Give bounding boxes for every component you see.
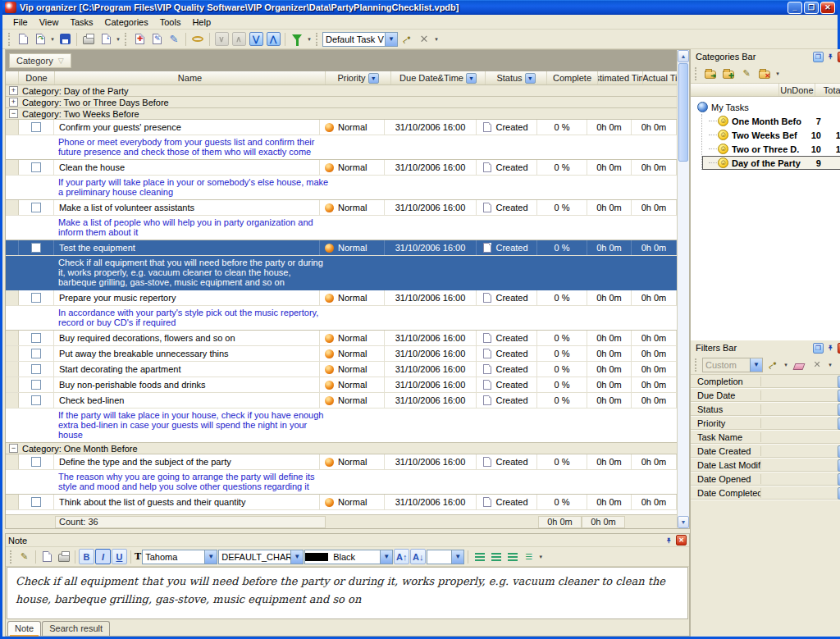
task-note-row[interactable]: In accordance with your party's style pi… [6,306,677,331]
tab-note[interactable]: Note [7,621,41,636]
actual-time-cell[interactable]: 0h 0m [632,331,677,345]
priority-cell[interactable]: Normal [320,377,385,392]
bold-button[interactable]: B [79,549,94,564]
task-note-row[interactable]: Check if all equipment that you will nee… [6,256,677,290]
pin-icon[interactable]: 🖈 [664,535,674,545]
save-database-button[interactable] [57,31,73,48]
done-cell[interactable] [19,362,54,377]
done-checkbox[interactable] [31,457,41,467]
priority-cell[interactable]: Normal [320,331,385,345]
menu-tasks[interactable]: Tasks [64,16,98,29]
done-cell[interactable] [19,200,54,215]
apply-filter-button[interactable]: ⌐• [765,357,781,373]
complete-cell[interactable]: 0 % [537,290,587,305]
filter-row-priority[interactable]: Priority▼ [691,417,840,431]
priority-cell[interactable]: Normal [320,393,385,408]
menu-view[interactable]: View [34,16,65,29]
task-name-cell[interactable]: Buy required decorations, flowers and so… [54,331,320,345]
task-row[interactable]: Test the equipmentNormal31/10/2006 16:00… [6,240,677,256]
align-left-button[interactable] [472,549,487,564]
done-checkbox[interactable] [31,333,41,343]
column-header-estimated-time[interactable]: Estimated Time [598,71,643,84]
actual-time-cell[interactable]: 0h 0m [632,362,677,377]
scroll-thumb[interactable] [678,63,688,162]
actual-time-cell[interactable]: 0h 0m [632,495,677,509]
done-cell[interactable] [19,454,54,469]
expand-all-button[interactable]: ⋁ [248,31,264,48]
complete-cell[interactable]: 0 % [537,495,587,509]
estimated-time-cell[interactable]: 0h 0m [587,454,632,469]
due-date-cell[interactable]: 31/10/2006 16:00 [385,393,477,408]
status-cell[interactable]: Created [477,331,537,345]
note-close-icon[interactable]: ✕ [676,535,687,545]
filter-preset-select[interactable]: Custom ▼ [702,358,763,372]
task-note-row[interactable]: Phone or meet everybody from your guests… [6,135,677,160]
filter-row-task-name[interactable]: Task Name [691,431,840,445]
move-up-button[interactable]: ∧ [231,31,247,48]
done-checkbox[interactable] [31,380,41,390]
filter-row-completion[interactable]: Completion▼ [691,375,840,389]
actual-time-cell[interactable]: 0h 0m [632,393,677,408]
complete-cell[interactable]: 0 % [537,240,587,255]
due-date-cell[interactable]: 31/10/2006 16:00 [385,454,477,469]
done-checkbox[interactable] [31,162,41,172]
filter-dropdown-arrow[interactable]: ▾ [306,36,313,43]
due-date-cell[interactable]: 31/10/2006 16:00 [385,331,477,345]
task-note-row[interactable]: The reason why you are going to arrange … [6,470,677,495]
task-name-cell[interactable]: Make a list of volunteer assistants [54,200,320,215]
charset-select[interactable]: DEFAULT_CHAR ▼ [218,550,304,564]
status-cell[interactable]: Created [477,393,537,408]
filter-row-date-opened[interactable]: Date Opened▼ [691,472,840,486]
task-row[interactable]: Put away the breakable unnecessary thins… [6,346,677,362]
move-down-button[interactable]: ∨ [213,31,230,48]
estimated-time-cell[interactable]: 0h 0m [587,120,632,135]
align-center-button[interactable] [488,549,504,564]
tab-search-result[interactable]: Search result [42,621,110,636]
actual-time-cell[interactable]: 0h 0m [632,240,677,255]
due-date-cell[interactable]: 31/10/2006 16:00 [385,240,477,255]
note-toolbar-overflow-arrow[interactable]: ▾ [537,554,544,560]
add-task-button[interactable]: ✚ [131,31,148,48]
tree-column-header-undone[interactable]: UnDone [778,84,815,96]
insert-object-button[interactable] [39,549,55,564]
open-database-button[interactable]: ↷ [32,31,48,48]
task-row[interactable]: Buy required decorations, flowers and so… [6,331,677,346]
due-date-cell[interactable]: 31/10/2006 16:00 [385,346,477,361]
filter-row-date-created[interactable]: Date Created▼ [691,445,840,459]
filters-toolbar-overflow-arrow[interactable]: ▾ [827,362,833,368]
estimated-time-cell[interactable]: 0h 0m [587,240,632,255]
tree-item-two-or-three-d-[interactable]: ☺Two or Three D.1010 [702,142,840,156]
task-name-cell[interactable]: Confirm your guests' presence [54,120,320,135]
status-cell[interactable]: Created [477,454,537,469]
task-row[interactable]: Confirm your guests' presenceNormal31/10… [6,120,677,135]
done-cell[interactable] [19,240,54,255]
status-cell[interactable]: Created [477,120,537,135]
task-row[interactable]: Clean the houseNormal31/10/2006 16:00Cre… [6,160,677,176]
task-row[interactable]: Think about the list of guests and their… [6,495,677,510]
actual-time-cell[interactable]: 0h 0m [632,346,677,361]
column-header-due-date-time[interactable]: Due Date&Time▼ [391,71,486,84]
estimated-time-cell[interactable]: 0h 0m [587,346,632,361]
due-date-cell[interactable]: 31/10/2006 16:00 [385,290,477,305]
status-cell[interactable]: Created [477,290,537,305]
collapse-icon[interactable]: − [9,444,18,453]
done-checkbox[interactable] [31,497,41,507]
due-date-cell[interactable]: 31/10/2006 16:00 [385,362,477,377]
task-row[interactable]: Prepare your music repertoryNormal31/10/… [6,290,677,306]
column-header-priority[interactable]: Priority▼ [326,71,391,84]
priority-cell[interactable]: Normal [320,454,385,469]
done-checkbox[interactable] [31,293,41,303]
priority-cell[interactable]: Normal [320,240,385,255]
category-row[interactable]: −Category: Two Weeks Before [6,108,677,120]
categories-restore-icon[interactable]: ❐ [813,52,824,62]
complete-cell[interactable]: 0 % [537,160,587,175]
done-checkbox[interactable] [31,349,41,358]
task-name-cell[interactable]: Think about the list of guests and their… [54,495,320,509]
complete-cell[interactable]: 0 % [537,362,587,377]
task-name-cell[interactable]: Test the equipment [54,240,320,255]
edit-note-button[interactable]: ✎ [16,549,32,564]
expand-icon[interactable]: + [9,98,18,107]
status-cell[interactable]: Created [477,200,537,215]
restore-button[interactable]: ❐ [804,2,819,14]
actual-time-cell[interactable]: 0h 0m [632,290,677,305]
